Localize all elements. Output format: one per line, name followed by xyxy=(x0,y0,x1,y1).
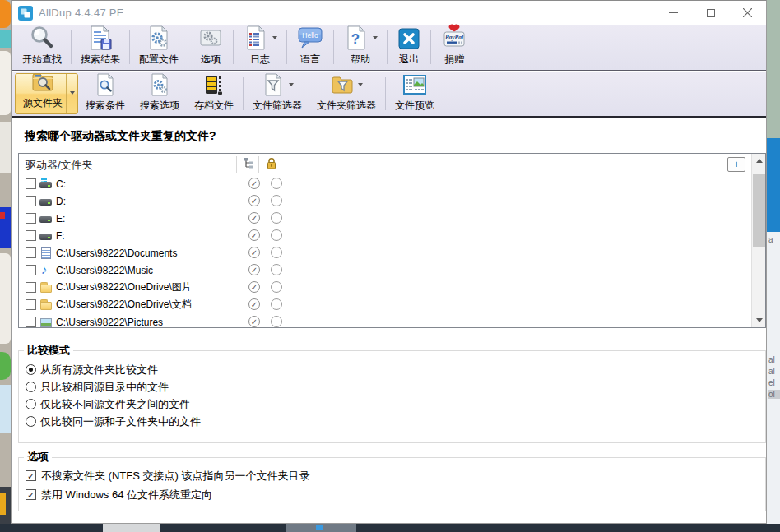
subfolders-icon xyxy=(243,157,256,170)
radio-button[interactable] xyxy=(26,364,36,375)
row-checkbox[interactable] xyxy=(26,265,36,275)
compare-mode-option[interactable]: 仅比较同一源和子文件夹中的文件 xyxy=(26,413,765,430)
radio-button[interactable] xyxy=(26,416,36,427)
lock-state-icon[interactable] xyxy=(271,178,282,189)
row-checkbox[interactable] xyxy=(26,317,36,327)
folder-filter-dropdown-arrow[interactable] xyxy=(358,83,363,89)
row-path-label: C:\Users\98222\Pictures xyxy=(56,317,163,328)
taskbar-button[interactable] xyxy=(103,524,160,532)
row-checkbox[interactable] xyxy=(26,196,36,206)
desktop-icon-fragment xyxy=(0,253,11,344)
compare-mode-option[interactable]: 只比较相同源目录中的文件 xyxy=(26,378,765,396)
source-folder-row[interactable]: C:\Users\98222\Music ✓ xyxy=(19,261,765,279)
source-folder-row[interactable]: F: ✓ xyxy=(19,227,765,244)
search-criteria-tab[interactable]: 搜索条件 xyxy=(78,72,132,116)
donate-button[interactable]: PayPal 捐赠 xyxy=(433,25,476,70)
main-toolbar: 开始查找 搜索结果 xyxy=(12,25,766,71)
background-text-fragment: el xyxy=(768,378,775,387)
desktop-icon-fragment xyxy=(0,493,6,515)
list-scrollbar[interactable] xyxy=(751,154,765,327)
radio-button[interactable] xyxy=(26,382,36,392)
row-checkbox[interactable] xyxy=(26,282,36,293)
help-button[interactable]: ? 帮助 xyxy=(336,25,385,70)
source-folder-list[interactable]: 驱动器/文件夹 + xyxy=(18,153,766,328)
log-button[interactable]: 日志 xyxy=(235,25,285,70)
file-filter-tab[interactable]: 文件筛选器 xyxy=(245,72,309,116)
subfolders-enabled-icon[interactable]: ✓ xyxy=(248,298,260,310)
compare-mode-option[interactable]: 从所有源文件夹比较文件 xyxy=(26,361,765,378)
options-checkbox-row[interactable]: 不搜索文件夹 (NTFS 交接点) 该点指向另一个文件夹目录 xyxy=(26,466,765,485)
profiles-button[interactable]: 配置文件 xyxy=(132,25,186,70)
radio-button[interactable] xyxy=(26,399,36,409)
source-folder-row[interactable]: C:\Users\98222\Documents ✓ xyxy=(19,244,765,261)
subfolders-enabled-icon[interactable]: ✓ xyxy=(248,195,260,206)
taskbar-button[interactable] xyxy=(286,524,356,532)
search-options-tab[interactable]: 搜索选项 xyxy=(132,72,187,116)
titlebar[interactable]: AllDup 4.4.47 PE xyxy=(12,1,766,25)
start-search-button[interactable]: 开始查找 xyxy=(15,25,69,70)
subfolders-enabled-icon[interactable]: ✓ xyxy=(248,247,260,258)
radio-label: 仅比较不同源文件夹之间的文件 xyxy=(40,397,190,412)
row-checkbox[interactable] xyxy=(26,299,36,310)
language-hello-icon: Hello xyxy=(296,25,324,51)
file-filter-dropdown-arrow[interactable] xyxy=(289,83,294,89)
lock-state-icon[interactable] xyxy=(271,195,282,206)
file-preview-tab[interactable]: 文件预览 xyxy=(388,72,442,116)
row-checkbox[interactable] xyxy=(26,178,36,189)
source-folders-tab[interactable]: 源文件夹 xyxy=(15,73,78,114)
row-path-label: C:\Users\98222\OneDrive\文档 xyxy=(56,298,192,312)
row-checkbox[interactable] xyxy=(26,230,36,241)
lock-state-icon[interactable] xyxy=(271,229,282,241)
svg-text:Hello: Hello xyxy=(302,31,318,39)
language-button[interactable]: Hello 语言 xyxy=(289,25,332,70)
scrollbar-thumb[interactable] xyxy=(753,174,765,247)
source-folders-panel: 搜索哪个驱动器或文件夹重复的文件? 驱动器/文件夹 xyxy=(12,119,766,523)
lock-state-icon[interactable] xyxy=(271,298,282,310)
search-results-button[interactable]: 搜索结果 xyxy=(73,25,128,70)
source-folder-row[interactable]: C: ✓ xyxy=(19,175,765,192)
row-icon xyxy=(39,212,53,225)
source-folder-row[interactable]: C:\Users\98222\OneDrive\文档 ✓ xyxy=(19,296,765,313)
row-checkbox[interactable] xyxy=(26,213,36,224)
subfolders-enabled-icon[interactable]: ✓ xyxy=(248,212,260,224)
background-text-fragment: ol xyxy=(768,390,780,399)
maximize-button[interactable] xyxy=(692,1,729,25)
checkbox[interactable] xyxy=(26,489,36,500)
subfolders-enabled-icon[interactable]: ✓ xyxy=(248,229,260,241)
subfolders-enabled-icon[interactable]: ✓ xyxy=(248,264,260,275)
options-checkbox-row[interactable]: 禁用 Windows 64 位文件系统重定向 xyxy=(26,485,765,504)
lock-state-icon[interactable] xyxy=(271,264,282,275)
source-folder-row[interactable]: D: ✓ xyxy=(19,192,765,210)
lock-state-icon[interactable] xyxy=(271,212,282,224)
compare-mode-option[interactable]: 仅比较不同源文件夹之间的文件 xyxy=(26,396,765,413)
help-dropdown-arrow[interactable] xyxy=(373,36,378,42)
subfolders-enabled-icon[interactable]: ✓ xyxy=(248,281,260,293)
add-folder-button[interactable]: + xyxy=(727,157,745,172)
scroll-down-arrow[interactable] xyxy=(752,313,766,327)
folder-filter-tab[interactable]: 文件夹筛选器 xyxy=(309,72,383,116)
taskbar[interactable] xyxy=(0,524,780,532)
subfolders-enabled-icon[interactable]: ✓ xyxy=(248,316,260,327)
compare-mode-title: 比较模式 xyxy=(24,343,73,358)
desktop-icon-fragment xyxy=(0,122,11,173)
lock-state-icon[interactable] xyxy=(271,247,282,258)
archive-files-tab[interactable]: 存档文件 xyxy=(187,72,241,116)
folder-filter-icon xyxy=(330,72,355,97)
row-icon xyxy=(39,195,53,208)
lock-state-icon[interactable] xyxy=(271,281,282,293)
alldup-window: AllDup 4.4.47 PE xyxy=(11,0,767,524)
row-checkbox[interactable] xyxy=(26,247,36,258)
source-folder-row[interactable]: C:\Users\98222\Pictures ✓ xyxy=(19,313,765,328)
scroll-up-arrow[interactable] xyxy=(752,154,766,168)
minimize-button[interactable] xyxy=(655,1,692,25)
lock-state-icon[interactable] xyxy=(271,316,282,327)
source-folder-row[interactable]: C:\Users\98222\OneDrive\图片 ✓ xyxy=(19,279,765,296)
checkbox[interactable] xyxy=(26,470,36,481)
exit-button[interactable]: 退出 xyxy=(389,25,429,70)
source-folders-dropdown[interactable] xyxy=(66,74,77,113)
close-button[interactable] xyxy=(729,1,766,25)
options-button[interactable]: 选项 xyxy=(190,25,231,70)
source-folder-row[interactable]: E: ✓ xyxy=(19,210,765,227)
subfolders-enabled-icon[interactable]: ✓ xyxy=(248,178,260,189)
log-dropdown-arrow[interactable] xyxy=(272,36,277,42)
